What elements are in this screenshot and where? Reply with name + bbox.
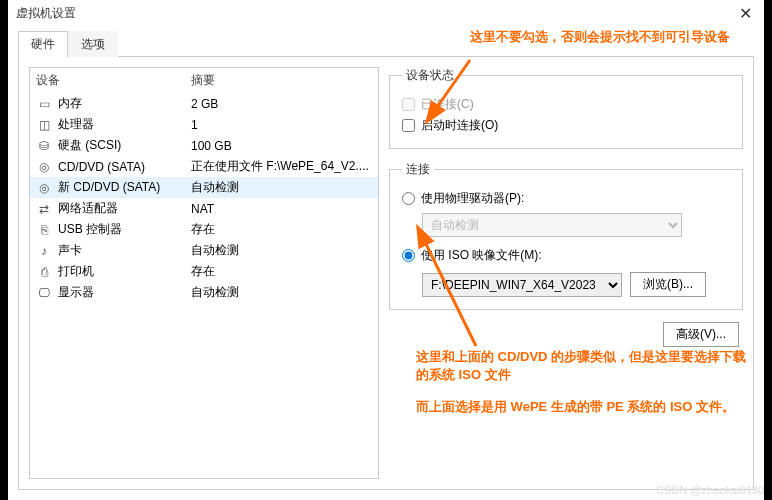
device-rows: ▭内存2 GB◫处理器1⛁硬盘 (SCSI)100 GB◎CD/DVD (SAT… bbox=[30, 93, 378, 303]
device-summary: 自动检测 bbox=[191, 242, 372, 259]
device-row[interactable]: ♪声卡自动检测 bbox=[30, 240, 378, 261]
device-summary: 自动检测 bbox=[191, 284, 372, 301]
use-physical-label: 使用物理驱动器(P): bbox=[421, 190, 524, 207]
display-icon: 🖵 bbox=[36, 285, 52, 301]
sound-icon: ♪ bbox=[36, 243, 52, 259]
auto-detect-select: 自动检测 bbox=[422, 213, 682, 237]
left-pane: 设备 摘要 ▭内存2 GB◫处理器1⛁硬盘 (SCSI)100 GB◎CD/DV… bbox=[29, 67, 379, 479]
device-name: 内存 bbox=[58, 95, 191, 112]
advanced-button[interactable]: 高级(V)... bbox=[663, 322, 739, 347]
device-summary: 2 GB bbox=[191, 97, 372, 111]
close-icon[interactable]: ✕ bbox=[735, 4, 756, 23]
device-name: 显示器 bbox=[58, 284, 191, 301]
cd-icon: ◎ bbox=[36, 159, 52, 175]
window-title: 虚拟机设置 bbox=[16, 5, 735, 22]
device-summary: 自动检测 bbox=[191, 179, 372, 196]
device-name: 硬盘 (SCSI) bbox=[58, 137, 191, 154]
device-name: 打印机 bbox=[58, 263, 191, 280]
titlebar: 虚拟机设置 ✕ bbox=[8, 0, 764, 26]
device-status-legend: 设备状态 bbox=[402, 67, 458, 84]
use-physical-row[interactable]: 使用物理驱动器(P): bbox=[402, 188, 730, 209]
device-row[interactable]: ⇄网络适配器NAT bbox=[30, 198, 378, 219]
device-name: 声卡 bbox=[58, 242, 191, 259]
device-summary: 100 GB bbox=[191, 139, 372, 153]
use-iso-label: 使用 ISO 映像文件(M): bbox=[421, 247, 542, 264]
right-pane: 设备状态 已连接(C) 启动时连接(O) 连接 使用物理驱动器(P): bbox=[389, 67, 743, 479]
printer-icon: ⎙ bbox=[36, 264, 52, 280]
device-summary: 正在使用文件 F:\WePE_64_V2.... bbox=[191, 158, 372, 175]
net-icon: ⇄ bbox=[36, 201, 52, 217]
device-summary: 存在 bbox=[191, 221, 372, 238]
connected-checkbox-row: 已连接(C) bbox=[402, 94, 730, 115]
device-row[interactable]: ◎新 CD/DVD (SATA)自动检测 bbox=[30, 177, 378, 198]
connected-checkbox bbox=[402, 98, 415, 111]
connect-on-power-checkbox[interactable] bbox=[402, 119, 415, 132]
device-row[interactable]: ◎CD/DVD (SATA)正在使用文件 F:\WePE_64_V2.... bbox=[30, 156, 378, 177]
connected-label: 已连接(C) bbox=[421, 96, 474, 113]
device-name: 处理器 bbox=[58, 116, 191, 133]
cpu-icon: ◫ bbox=[36, 117, 52, 133]
usb-icon: ⎘ bbox=[36, 222, 52, 238]
iso-row: F:\DEEPIN_WIN7_X64_V2023 浏览(B)... bbox=[422, 272, 730, 297]
browse-button[interactable]: 浏览(B)... bbox=[630, 272, 706, 297]
memory-icon: ▭ bbox=[36, 96, 52, 112]
device-summary: NAT bbox=[191, 202, 372, 216]
watermark: CSDN @zhaokai0130 bbox=[656, 484, 764, 496]
settings-window: 虚拟机设置 ✕ 硬件 选项 设备 摘要 ▭内存2 GB◫处理器1⛁硬盘 (SCS… bbox=[8, 0, 764, 500]
auto-detect-row: 自动检测 bbox=[422, 213, 730, 237]
disk-icon: ⛁ bbox=[36, 138, 52, 154]
connect-on-power-row[interactable]: 启动时连接(O) bbox=[402, 115, 730, 136]
tabs: 硬件 选项 bbox=[18, 30, 754, 57]
device-row[interactable]: ⎙打印机存在 bbox=[30, 261, 378, 282]
connection-legend: 连接 bbox=[402, 161, 434, 178]
device-name: USB 控制器 bbox=[58, 221, 191, 238]
cd-icon: ◎ bbox=[36, 180, 52, 196]
advanced-row: 高级(V)... bbox=[389, 322, 743, 347]
header-summary: 摘要 bbox=[191, 72, 372, 89]
device-summary: 1 bbox=[191, 118, 372, 132]
device-row[interactable]: ⛁硬盘 (SCSI)100 GB bbox=[30, 135, 378, 156]
use-iso-radio[interactable] bbox=[402, 249, 415, 262]
use-iso-row[interactable]: 使用 ISO 映像文件(M): bbox=[402, 245, 730, 266]
device-row[interactable]: ⎘USB 控制器存在 bbox=[30, 219, 378, 240]
device-row[interactable]: ◫处理器1 bbox=[30, 114, 378, 135]
header-device: 设备 bbox=[36, 72, 191, 89]
device-name: CD/DVD (SATA) bbox=[58, 160, 191, 174]
tab-hardware[interactable]: 硬件 bbox=[18, 31, 68, 57]
device-list: 设备 摘要 ▭内存2 GB◫处理器1⛁硬盘 (SCSI)100 GB◎CD/DV… bbox=[29, 67, 379, 479]
connect-on-power-label: 启动时连接(O) bbox=[421, 117, 498, 134]
use-physical-radio[interactable] bbox=[402, 192, 415, 205]
tab-options[interactable]: 选项 bbox=[68, 31, 118, 57]
device-row[interactable]: 🖵显示器自动检测 bbox=[30, 282, 378, 303]
connection-group: 连接 使用物理驱动器(P): 自动检测 使用 ISO 映像文件(M): bbox=[389, 161, 743, 310]
content: 设备 摘要 ▭内存2 GB◫处理器1⛁硬盘 (SCSI)100 GB◎CD/DV… bbox=[18, 57, 754, 490]
device-row[interactable]: ▭内存2 GB bbox=[30, 93, 378, 114]
device-list-header: 设备 摘要 bbox=[30, 68, 378, 93]
dialog-body: 硬件 选项 设备 摘要 ▭内存2 GB◫处理器1⛁硬盘 (SCSI)100 GB… bbox=[8, 26, 764, 500]
device-summary: 存在 bbox=[191, 263, 372, 280]
iso-path-select[interactable]: F:\DEEPIN_WIN7_X64_V2023 bbox=[422, 273, 622, 297]
device-name: 新 CD/DVD (SATA) bbox=[58, 179, 191, 196]
device-name: 网络适配器 bbox=[58, 200, 191, 217]
device-status-group: 设备状态 已连接(C) 启动时连接(O) bbox=[389, 67, 743, 149]
